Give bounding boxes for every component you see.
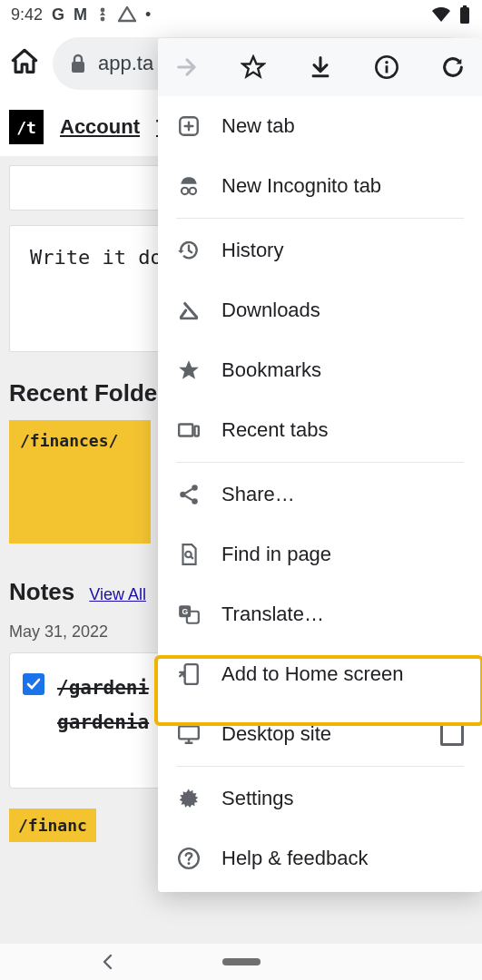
- svg-point-7: [385, 61, 389, 64]
- reload-button[interactable]: [440, 54, 466, 80]
- svg-rect-14: [195, 426, 199, 436]
- wifi-icon: [431, 6, 451, 23]
- note-checkbox[interactable]: [23, 673, 44, 695]
- translate-icon: G: [176, 602, 202, 627]
- system-nav-bar: [0, 944, 482, 980]
- svg-rect-12: [180, 318, 198, 320]
- menu-share[interactable]: Share…: [158, 465, 482, 524]
- status-bar: 9:42 G M •: [0, 0, 482, 29]
- svg-point-0: [101, 8, 105, 13]
- recent-tabs-icon: [176, 417, 202, 443]
- notes-title: Notes: [9, 578, 74, 606]
- svg-rect-8: [385, 65, 388, 73]
- menu-bookmarks[interactable]: Bookmarks: [158, 340, 482, 400]
- svg-rect-4: [72, 62, 84, 73]
- menu-find[interactable]: Find in page: [158, 524, 482, 584]
- find-icon: [176, 542, 202, 567]
- svg-rect-23: [179, 726, 199, 739]
- menu-settings[interactable]: Settings: [158, 769, 482, 828]
- bookmark-button[interactable]: [241, 54, 266, 80]
- gesture-pill[interactable]: [222, 958, 261, 965]
- app-logo[interactable]: /t: [9, 110, 44, 144]
- home-button[interactable]: [9, 46, 44, 81]
- svg-rect-2: [460, 7, 469, 24]
- status-icon-1: [96, 6, 109, 23]
- desktop-icon: [176, 721, 202, 747]
- new-tab-icon: [176, 113, 202, 139]
- menu-help[interactable]: Help & feedback: [158, 828, 482, 888]
- downloads-icon: [176, 298, 202, 323]
- status-overflow-dot: •: [145, 5, 151, 24]
- svg-rect-5: [311, 74, 329, 77]
- folder-card-finances[interactable]: /finances/: [9, 420, 151, 544]
- drive-icon: [118, 6, 136, 23]
- svg-point-1: [101, 17, 105, 22]
- lock-icon: [69, 54, 89, 74]
- menu-incognito[interactable]: New Incognito tab: [158, 156, 482, 216]
- omnibox-url: app.ta: [98, 52, 153, 75]
- note-text: /gardeni gardenia: [57, 671, 149, 740]
- status-time: 9:42: [11, 5, 43, 24]
- menu-new-tab[interactable]: New tab: [158, 96, 482, 156]
- menu-add-home[interactable]: Add to Home screen: [158, 644, 482, 704]
- incognito-icon: [176, 173, 202, 199]
- svg-point-26: [187, 862, 190, 865]
- nav-account[interactable]: Account: [60, 115, 140, 139]
- settings-icon: [176, 786, 202, 811]
- info-button[interactable]: [374, 54, 399, 80]
- battery-icon: [458, 5, 471, 24]
- bookmarks-icon: [176, 358, 202, 383]
- history-icon: [176, 238, 202, 263]
- add-home-icon: [176, 662, 202, 687]
- svg-rect-3: [463, 5, 467, 8]
- chrome-overflow-menu: New tab New Incognito tab History Downlo…: [158, 38, 482, 892]
- svg-text:G: G: [182, 607, 188, 616]
- menu-action-row: [158, 38, 482, 96]
- gmail-icon: M: [74, 5, 87, 24]
- folder-card-partial[interactable]: /financ: [9, 808, 96, 842]
- svg-point-10: [182, 188, 188, 194]
- menu-translate[interactable]: G Translate…: [158, 584, 482, 644]
- google-icon: G: [52, 5, 64, 24]
- back-button[interactable]: [100, 954, 116, 970]
- view-all-link[interactable]: View All: [89, 585, 146, 604]
- svg-rect-22: [185, 664, 198, 684]
- help-icon: [176, 846, 202, 871]
- svg-point-18: [185, 552, 192, 558]
- menu-history[interactable]: History: [158, 220, 482, 280]
- menu-downloads[interactable]: Downloads: [158, 280, 482, 340]
- desktop-checkbox[interactable]: [440, 722, 464, 746]
- menu-desktop[interactable]: Desktop site: [158, 704, 482, 764]
- menu-recent-tabs[interactable]: Recent tabs: [158, 400, 482, 460]
- share-icon: [176, 482, 202, 507]
- svg-point-11: [190, 188, 196, 194]
- svg-rect-13: [179, 425, 192, 436]
- download-button[interactable]: [308, 54, 333, 80]
- forward-button[interactable]: [174, 54, 200, 80]
